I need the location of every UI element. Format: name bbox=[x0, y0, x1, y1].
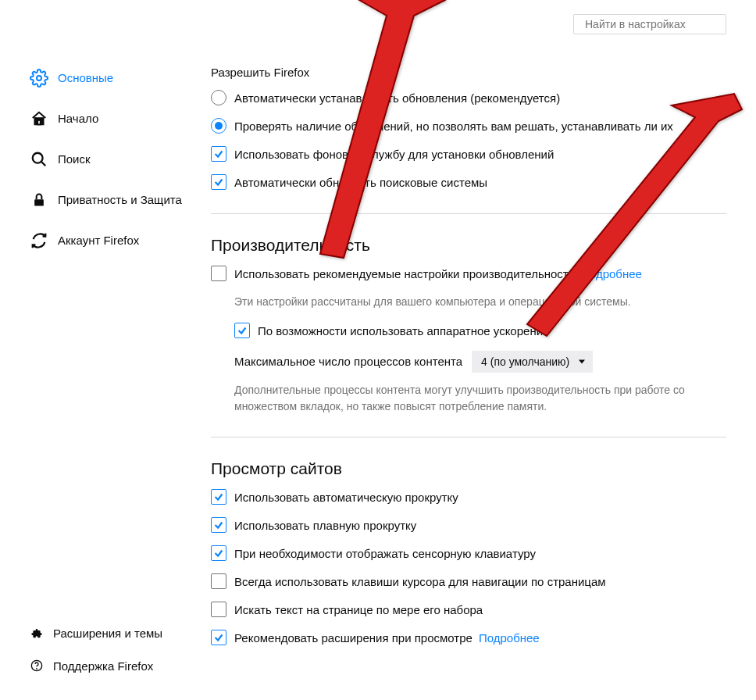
option-label: Проверять наличие обновлений, но позволя… bbox=[234, 118, 673, 135]
svg-line-3 bbox=[41, 162, 46, 166]
checkbox-use-recommended[interactable] bbox=[211, 266, 226, 281]
option-label: По возможности использовать аппаратное у… bbox=[258, 323, 549, 340]
radio-check-only[interactable] bbox=[211, 118, 226, 134]
performance-hint1: Эти настройки рассчитаны для вашего комп… bbox=[211, 294, 726, 310]
checkbox-hw-accel[interactable] bbox=[234, 323, 250, 338]
sidebar-label: Расширения и темы bbox=[53, 626, 162, 641]
svg-point-2 bbox=[33, 153, 43, 163]
sidebar-item-general[interactable]: Основные bbox=[30, 62, 187, 94]
help-icon bbox=[30, 659, 44, 673]
lock-icon bbox=[30, 191, 48, 209]
sync-icon bbox=[30, 231, 48, 250]
search-icon bbox=[30, 150, 48, 169]
option-label: Автоматически обновлять поисковые систем… bbox=[234, 174, 487, 191]
max-processes-dropdown[interactable]: 4 (по умолчанию) bbox=[472, 351, 593, 373]
option-label: Искать текст на странице по мере его наб… bbox=[234, 602, 483, 619]
search-box[interactable] bbox=[573, 14, 726, 34]
performance-heading: Производительность bbox=[211, 236, 726, 255]
sidebar-label: Основные bbox=[58, 70, 113, 86]
svg-point-6 bbox=[37, 669, 37, 670]
checkbox-auto-search-engines[interactable] bbox=[211, 174, 226, 190]
sidebar-item-addons[interactable]: Расширения и темы bbox=[30, 620, 187, 648]
checkbox-smooth-scroll[interactable] bbox=[211, 517, 226, 533]
checkbox-touch-keyboard[interactable] bbox=[211, 545, 226, 561]
sidebar-label: Поддержка Firefox bbox=[53, 659, 153, 674]
sidebar-label: Приватность и Защита bbox=[58, 192, 182, 208]
learn-more-link[interactable]: Подробнее bbox=[581, 267, 642, 280]
option-label: Автоматически устанавливать обновления (… bbox=[234, 90, 560, 107]
sidebar-item-home[interactable]: Начало bbox=[30, 103, 187, 134]
option-label: Использовать плавную прокрутку bbox=[234, 517, 416, 534]
updates-group-label: Разрешить Firefox bbox=[211, 66, 726, 79]
svg-rect-1 bbox=[37, 120, 41, 125]
sidebar-item-support[interactable]: Поддержка Firefox bbox=[30, 652, 187, 680]
checkbox-autoscroll[interactable] bbox=[211, 489, 226, 505]
checkbox-recommend-ext[interactable] bbox=[211, 630, 226, 645]
sidebar-label: Поиск bbox=[58, 152, 91, 167]
checkbox-caret-browsing[interactable] bbox=[211, 573, 226, 589]
gear-icon bbox=[30, 69, 48, 88]
option-label: Всегда использовать клавиши курсора для … bbox=[234, 573, 606, 591]
svg-point-0 bbox=[37, 76, 41, 80]
checkbox-background-service[interactable] bbox=[211, 146, 226, 162]
main-content: Разрешить Firefox Автоматически устанавл… bbox=[187, 0, 756, 700]
option-label: Использовать фоновую службу для установк… bbox=[234, 146, 554, 163]
home-icon bbox=[30, 109, 48, 128]
sidebar-footer: Расширения и темы Поддержка Firefox bbox=[30, 620, 187, 700]
svg-rect-4 bbox=[34, 199, 44, 205]
option-label: Использовать автоматическую прокрутку bbox=[234, 489, 458, 506]
sidebar-label: Аккаунт Firefox bbox=[58, 233, 139, 248]
checkbox-search-on-type[interactable] bbox=[211, 602, 226, 617]
sidebar-item-account[interactable]: Аккаунт Firefox bbox=[30, 225, 187, 256]
option-label: Рекомендовать расширения при просмотреПо… bbox=[234, 630, 540, 647]
search-input[interactable] bbox=[585, 18, 722, 30]
divider bbox=[211, 437, 726, 438]
radio-auto-install[interactable] bbox=[211, 90, 226, 105]
sidebar-item-search[interactable]: Поиск bbox=[30, 144, 187, 175]
sidebar-item-privacy[interactable]: Приватность и Защита bbox=[30, 184, 187, 216]
learn-more-link[interactable]: Подробнее bbox=[479, 631, 540, 645]
max-processes-label: Максимальное число процессов контента bbox=[234, 353, 462, 370]
divider bbox=[211, 213, 726, 214]
performance-hint2: Дополнительные процессы контента могут у… bbox=[211, 382, 726, 415]
browsing-heading: Просмотр сайтов bbox=[211, 459, 726, 478]
sidebar-label: Начало bbox=[58, 111, 98, 127]
sidebar: Основные Начало Поиск Приватность и Защи… bbox=[0, 0, 187, 700]
option-label: Использовать рекомендуемые настройки про… bbox=[234, 266, 642, 283]
option-label: При необходимости отображать сенсорную к… bbox=[234, 545, 536, 562]
puzzle-icon bbox=[30, 627, 44, 641]
